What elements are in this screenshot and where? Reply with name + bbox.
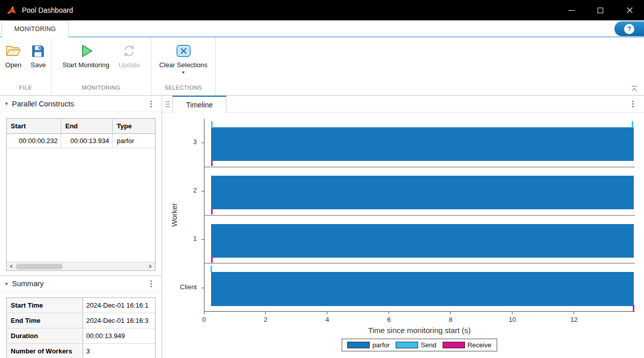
group-label-monitoring: MONITORING [51,85,151,95]
timeline-bar-1[interactable] [211,224,634,258]
collapse-ribbon-icon [631,86,638,92]
scroll-right-button[interactable] [147,262,155,271]
open-button[interactable]: Open [1,41,25,85]
receive-mark[interactable] [211,160,213,166]
summary-panel-header: ▾ Summary ⋮ [0,276,162,292]
column-header-start[interactable]: Start [7,119,61,133]
help-button[interactable]: ? [614,21,644,36]
chart-legend: parfor Send Receive [342,339,497,351]
window-title: Pool Dashboard [22,6,73,14]
send-mark[interactable] [211,266,212,272]
legend-item-parfor: parfor [347,341,390,349]
tab-monitoring-label: MONITORING [14,25,56,33]
legend-label: Receive [468,341,492,349]
save-label: Save [31,61,46,69]
collapse-ribbon-button[interactable] [629,84,640,93]
lane-separator [204,167,635,168]
start-monitoring-label: Start Monitoring [63,61,110,69]
constructs-collapse-icon[interactable]: ▾ [5,100,8,107]
x-tick [574,312,574,314]
y-tick-label: Client [162,283,197,292]
legend-label: Send [421,341,436,349]
receive-mark[interactable] [211,257,213,262]
ribbon-toolstrip: Open Save FILE [0,37,644,96]
minimize-button[interactable] [557,0,586,20]
timeline-header: Timeline ⋮ [162,96,644,113]
horizontal-scrollbar[interactable] [7,262,155,270]
left-sidebar: ▾ Parallel Constructs ⋮ Start End Type 0… [0,96,162,358]
play-icon [79,42,94,60]
close-icon [627,7,633,13]
send-mark[interactable] [211,121,213,128]
help-glyph: ? [627,25,631,33]
constructs-panel-title: Parallel Constructs [12,100,74,108]
lane-separator [204,215,635,216]
table-row[interactable]: 00:00:00.232 00:00:13.934 parfor [7,134,155,148]
tab-timeline[interactable]: Timeline [172,96,226,113]
constructs-panel-header: ▾ Parallel Constructs ⋮ [0,96,162,112]
summary-panel-title: Summary [12,280,44,288]
start-monitoring-button[interactable]: Start Monitoring [59,41,114,85]
y-tick-labels: 321Client [162,119,200,312]
cell-type: parfor [113,134,155,148]
selections-group: Clear Selections ▾ SELECTIONS [151,37,216,95]
legend-container: parfor Send Receive [204,339,635,351]
receive-mark[interactable] [633,305,634,311]
summary-label: Number of Workers [7,344,83,358]
save-icon [31,42,45,60]
lane-separator [204,263,635,264]
dropdown-arrow-icon[interactable]: ▾ [182,70,185,75]
close-button[interactable] [615,0,644,20]
summary-value: 3 [83,344,155,358]
scrollbar-thumb[interactable] [16,264,63,269]
plot-area [204,119,635,312]
tab-monitoring[interactable]: MONITORING [2,20,69,38]
x-tick-label: 10 [502,316,523,323]
file-group: Open Save FILE [0,37,51,95]
x-tick-label: 0 [194,316,214,323]
timeline-chart: Worker 321Client 024681012 Time since mo… [162,113,644,358]
x-tick-label: 8 [441,316,461,323]
window-controls [557,0,644,20]
summary-table: Start Time 2024-Dec-01 16:16:1 End Time … [6,297,156,358]
save-button[interactable]: Save [27,41,50,85]
clear-selections-button[interactable]: Clear Selections ▾ [155,41,212,85]
scroll-right-icon [149,264,154,268]
receive-mark[interactable] [211,209,213,214]
timeline-menu-icon[interactable]: ⋮ [628,99,644,108]
refresh-icon [122,42,136,60]
scroll-left-button[interactable] [7,262,15,271]
update-button[interactable]: Update [114,41,144,85]
update-label: Update [118,61,140,69]
summary-row: Number of Workers 3 [7,344,155,358]
summary-collapse-icon[interactable]: ▾ [5,281,8,287]
summary-row: Duration 00:00:13.949 [7,328,155,344]
y-tick-label: 3 [162,138,197,147]
column-header-type[interactable]: Type [113,119,155,133]
x-tick [327,312,327,314]
main-area: ▾ Parallel Constructs ⋮ Start End Type 0… [0,96,644,358]
x-axis-line [204,311,635,312]
tab-timeline-label: Timeline [186,101,213,109]
constructs-menu-icon[interactable]: ⋮ [146,99,157,108]
summary-label: Start Time [7,298,83,313]
summary-menu-icon[interactable]: ⋮ [146,279,157,288]
maximize-button[interactable] [586,0,615,20]
x-axis-label: Time since monitoring start (s) [204,326,635,335]
send-mark[interactable] [632,121,633,128]
timeline-bar-3[interactable] [211,127,634,161]
x-tick-labels: 024681012 [204,316,635,324]
x-tick [512,312,512,314]
constructs-table-header: Start End Type [7,119,155,134]
timeline-bar-2[interactable] [211,176,634,209]
cell-end: 00:00:13.934 [61,134,113,148]
table-empty-area [7,148,155,262]
monitoring-group: Start Monitoring Update MONITORING [51,37,151,95]
column-header-end[interactable]: End [61,119,113,133]
panel-grip-icon[interactable] [165,100,171,108]
summary-value: 00:00:13.949 [83,328,155,343]
x-tick [389,312,389,314]
timeline-bar-client[interactable] [211,272,634,306]
scrollbar-track[interactable] [15,262,147,271]
ribbon-tab-bar: MONITORING ? [0,20,644,37]
